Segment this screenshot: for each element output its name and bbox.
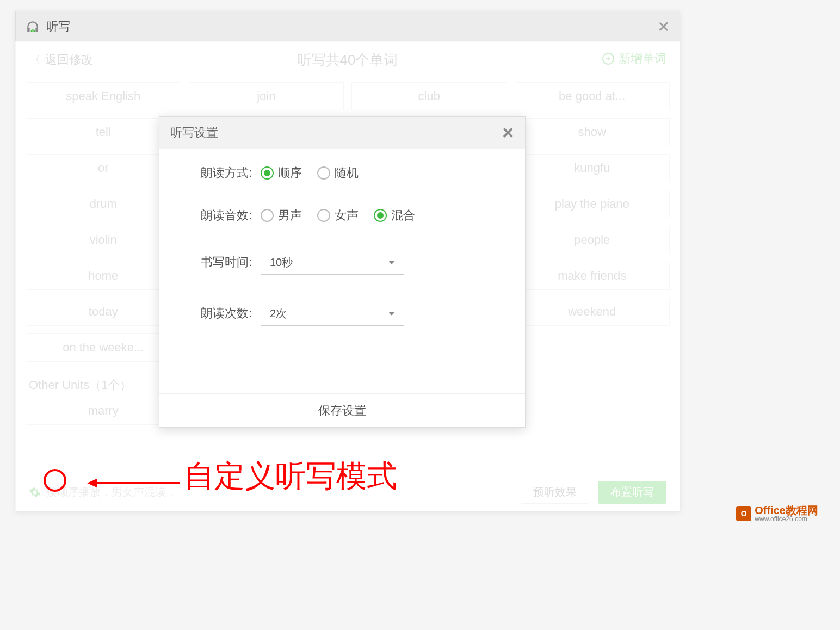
read-count-label: 朗读次数: bbox=[181, 305, 252, 322]
add-word-label: 新增单词 bbox=[619, 51, 666, 67]
assign-button[interactable]: 布置听写 bbox=[598, 481, 666, 504]
word-cell[interactable]: or bbox=[26, 154, 181, 182]
chevron-down-icon bbox=[388, 261, 395, 264]
dialog-title: 听写设置 bbox=[170, 125, 218, 141]
word-cell[interactable]: make friends bbox=[515, 262, 670, 290]
radio-label: 随机 bbox=[335, 165, 359, 181]
select-value: 10秒 bbox=[270, 255, 293, 270]
window-title: 听写 bbox=[46, 18, 70, 35]
radio-male[interactable]: 男声 bbox=[261, 207, 302, 224]
select-value: 2次 bbox=[270, 306, 287, 321]
word-cell[interactable]: people bbox=[515, 226, 670, 254]
word-cell[interactable]: marry bbox=[26, 397, 181, 425]
radio-label: 混合 bbox=[391, 207, 415, 224]
write-time-select[interactable]: 10秒 bbox=[261, 250, 404, 275]
word-cell[interactable]: join bbox=[189, 82, 344, 110]
gear-icon[interactable] bbox=[29, 486, 41, 498]
sub-header: 〈 返回修改 听写共40个单词 + 新增单词 bbox=[16, 42, 680, 80]
svg-marker-6 bbox=[87, 479, 97, 487]
watermark-url: www.office26.com bbox=[755, 516, 818, 522]
back-button[interactable]: 〈 返回修改 bbox=[29, 52, 93, 68]
add-word-button[interactable]: + 新增单词 bbox=[602, 51, 666, 67]
annotation-circle bbox=[44, 469, 66, 492]
radio-icon bbox=[317, 209, 330, 222]
svg-rect-2 bbox=[31, 30, 32, 32]
chevron-left-icon: 〈 bbox=[29, 52, 41, 68]
chevron-down-icon bbox=[388, 312, 395, 316]
radio-icon bbox=[374, 209, 387, 222]
plus-circle-icon: + bbox=[602, 53, 614, 65]
settings-dialog: 听写设置 ✕ 朗读方式: 顺序 随机 朗读音效: 男声 bbox=[159, 116, 526, 428]
write-time-label: 书写时间: bbox=[181, 254, 252, 270]
voice-label: 朗读音效: bbox=[181, 207, 252, 224]
word-cell[interactable]: kungfu bbox=[515, 154, 670, 182]
svg-rect-1 bbox=[35, 28, 38, 32]
word-cell[interactable]: weekend bbox=[515, 298, 670, 326]
preview-button[interactable]: 预听效果 bbox=[521, 481, 589, 504]
watermark-icon: O bbox=[736, 506, 751, 521]
voice-row: 朗读音效: 男声 女声 混合 bbox=[181, 207, 503, 224]
word-cell[interactable]: tell bbox=[26, 118, 181, 146]
dialog-footer: 保存设置 bbox=[159, 393, 525, 427]
word-cell[interactable]: on the weeke... bbox=[26, 333, 181, 362]
radio-icon bbox=[261, 209, 274, 222]
reading-mode-group: 顺序 随机 bbox=[261, 165, 359, 181]
dialog-header: 听写设置 ✕ bbox=[159, 117, 525, 149]
annotation-text: 自定义听写模式 bbox=[184, 456, 397, 497]
radio-label: 女声 bbox=[335, 207, 359, 224]
word-cell[interactable]: drum bbox=[26, 190, 181, 218]
back-label: 返回修改 bbox=[45, 52, 93, 68]
header-left: 听写 bbox=[26, 18, 70, 35]
window-header: 听写 ✕ bbox=[16, 11, 680, 42]
annotation-arrow-icon bbox=[87, 478, 180, 489]
close-icon[interactable]: ✕ bbox=[502, 124, 514, 142]
page-title: 听写共40个单词 bbox=[298, 51, 398, 70]
word-cell[interactable]: violin bbox=[26, 226, 181, 254]
word-cell[interactable]: play the piano bbox=[515, 190, 670, 218]
radio-icon bbox=[261, 166, 274, 180]
read-count-select[interactable]: 2次 bbox=[261, 301, 404, 326]
svg-rect-4 bbox=[34, 30, 35, 32]
watermark-title: Office教程网 bbox=[755, 505, 818, 516]
radio-label: 男声 bbox=[278, 207, 302, 224]
reading-mode-row: 朗读方式: 顺序 随机 bbox=[181, 165, 503, 181]
reading-mode-label: 朗读方式: bbox=[181, 165, 252, 181]
word-cell[interactable]: club bbox=[351, 82, 507, 110]
word-cell[interactable]: today bbox=[26, 298, 181, 326]
radio-random[interactable]: 随机 bbox=[317, 165, 359, 181]
word-cell[interactable]: show bbox=[515, 118, 670, 146]
radio-label: 顺序 bbox=[278, 165, 302, 181]
close-icon[interactable]: ✕ bbox=[657, 18, 670, 36]
word-cell[interactable]: home bbox=[26, 262, 181, 290]
save-button[interactable]: 保存设置 bbox=[318, 403, 366, 419]
svg-rect-0 bbox=[27, 28, 29, 32]
watermark: O Office教程网 www.office26.com bbox=[736, 505, 818, 522]
radio-female[interactable]: 女声 bbox=[317, 207, 359, 224]
radio-sequential[interactable]: 顺序 bbox=[261, 165, 302, 181]
voice-group: 男声 女声 混合 bbox=[261, 207, 415, 224]
radio-mixed[interactable]: 混合 bbox=[374, 207, 415, 224]
read-count-row: 朗读次数: 2次 bbox=[181, 301, 503, 326]
word-cell[interactable]: be good at... bbox=[515, 82, 670, 110]
svg-rect-3 bbox=[32, 29, 33, 32]
dialog-body: 朗读方式: 顺序 随机 朗读音效: 男声 bbox=[159, 149, 525, 326]
radio-icon bbox=[317, 166, 330, 180]
write-time-row: 书写时间: 10秒 bbox=[181, 250, 503, 275]
headphone-icon bbox=[26, 20, 40, 34]
word-cell[interactable]: speak English bbox=[26, 82, 181, 110]
